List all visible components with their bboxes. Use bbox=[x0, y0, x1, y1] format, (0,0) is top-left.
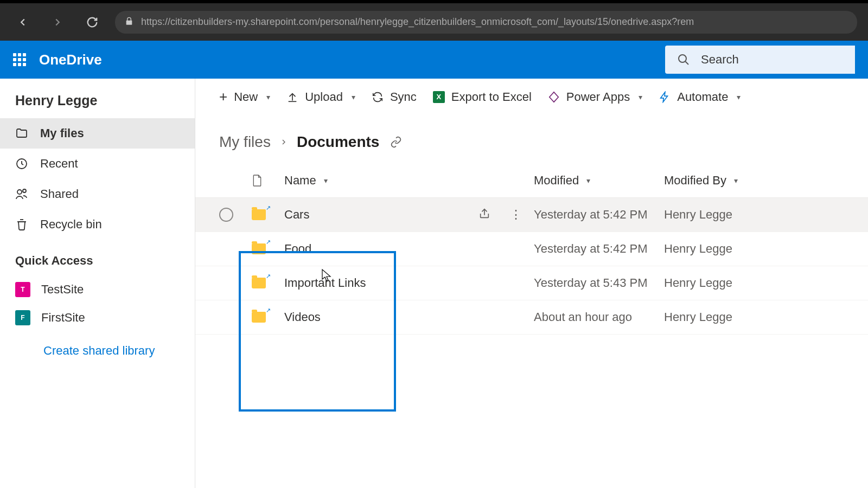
row-modified: Yesterday at 5:42 PM bbox=[534, 242, 648, 256]
quick-access-heading: Quick Access bbox=[0, 240, 195, 275]
back-button[interactable] bbox=[11, 10, 35, 34]
url-text: https://citizenbuilders-my.sharepoint.co… bbox=[141, 16, 694, 28]
column-modified-by[interactable]: Modified By ▾ bbox=[664, 174, 773, 188]
row-modified: Yesterday at 5:42 PM bbox=[534, 208, 648, 222]
url-bar[interactable]: https://citizenbuilders-my.sharepoint.co… bbox=[115, 11, 857, 34]
shared-badge-icon: ↗ bbox=[266, 239, 271, 246]
automate-icon bbox=[659, 91, 671, 103]
create-shared-library-link[interactable]: Create shared library bbox=[0, 332, 195, 358]
sync-icon bbox=[372, 91, 384, 103]
toolbar-label: Export to Excel bbox=[451, 90, 532, 104]
svg-point-0 bbox=[679, 55, 686, 62]
lock-icon bbox=[125, 17, 133, 28]
folder-icon: ↗ bbox=[252, 209, 266, 220]
toolbar-label: Upload bbox=[305, 90, 343, 104]
reload-button[interactable] bbox=[80, 10, 104, 34]
toolbar: + New ▾ Upload ▾ Sync X Export to Excel … bbox=[195, 79, 868, 115]
sidebar-site-testsite[interactable]: T TestSite bbox=[0, 275, 195, 304]
sidebar-item-label: My files bbox=[40, 126, 84, 140]
sidebar-item-recycle-bin[interactable]: Recycle bin bbox=[0, 209, 195, 240]
forward-button[interactable] bbox=[46, 10, 69, 34]
site-tile-icon: F bbox=[15, 310, 30, 325]
people-icon bbox=[15, 188, 28, 201]
powerapps-icon bbox=[548, 91, 560, 103]
row-name: Food bbox=[284, 242, 311, 256]
browser-chrome: https://citizenbuilders-my.sharepoint.co… bbox=[0, 0, 868, 41]
folder-icon: ↗ bbox=[252, 243, 266, 254]
table-row[interactable]: ↗ Cars ⋮ Yesterday at 5:42 PM Henry Legg… bbox=[195, 198, 868, 232]
sidebar-site-firstsite[interactable]: F FirstSite bbox=[0, 304, 195, 332]
sidebar-item-my-files[interactable]: My files bbox=[0, 118, 195, 149]
sidebar-item-recent[interactable]: Recent bbox=[0, 149, 195, 179]
main-content: + New ▾ Upload ▾ Sync X Export to Excel … bbox=[195, 79, 868, 488]
link-icon[interactable] bbox=[390, 136, 402, 148]
power-apps-button[interactable]: Power Apps ▾ bbox=[548, 90, 642, 104]
share-icon[interactable] bbox=[478, 208, 490, 220]
plus-icon: + bbox=[219, 88, 227, 105]
chevron-right-icon bbox=[279, 138, 288, 146]
app-title[interactable]: OneDrive bbox=[39, 52, 102, 68]
column-modified[interactable]: Modified ▾ bbox=[534, 174, 664, 188]
toolbar-label: Automate bbox=[677, 90, 728, 104]
table-header: Name ▾ Modified ▾ Modified By ▾ bbox=[195, 165, 868, 198]
table-row[interactable]: ↗ Food Yesterday at 5:42 PM Henry Legge bbox=[195, 232, 868, 266]
search-icon bbox=[677, 53, 690, 66]
folder-icon: ↗ bbox=[252, 312, 266, 323]
file-type-column-icon bbox=[252, 174, 284, 187]
row-modified: About an hour ago bbox=[534, 310, 632, 324]
row-modified-by: Henry Legge bbox=[664, 276, 732, 290]
files-icon bbox=[15, 127, 28, 140]
table-row[interactable]: ↗ Important Links Yesterday at 5:43 PM H… bbox=[195, 266, 868, 300]
more-icon[interactable]: ⋮ bbox=[510, 208, 523, 222]
export-to-excel-button[interactable]: X Export to Excel bbox=[433, 90, 532, 104]
row-select-radio[interactable] bbox=[219, 208, 233, 222]
sidebar: Henry Legge My files Recent Shared Recyc… bbox=[0, 79, 195, 488]
chevron-down-icon: ▾ bbox=[352, 93, 355, 101]
chevron-down-icon: ▾ bbox=[324, 176, 328, 185]
chevron-down-icon: ▾ bbox=[734, 176, 738, 185]
site-tile-icon: T bbox=[15, 282, 30, 297]
chevron-down-icon: ▾ bbox=[639, 93, 642, 101]
search-input[interactable]: Search bbox=[665, 46, 855, 74]
chevron-down-icon: ▾ bbox=[737, 93, 741, 101]
sidebar-item-label: Shared bbox=[40, 187, 79, 201]
new-button[interactable]: + New ▾ bbox=[219, 88, 270, 105]
row-modified-by: Henry Legge bbox=[664, 310, 732, 324]
trash-icon bbox=[15, 218, 28, 231]
waffle-icon[interactable] bbox=[13, 53, 26, 66]
row-name: Cars bbox=[284, 208, 309, 222]
toolbar-label: Power Apps bbox=[566, 90, 630, 104]
sidebar-site-label: TestSite bbox=[41, 282, 84, 297]
search-placeholder: Search bbox=[701, 53, 739, 67]
sync-button[interactable]: Sync bbox=[372, 90, 417, 104]
upload-button[interactable]: Upload ▾ bbox=[286, 90, 355, 104]
shared-badge-icon: ↗ bbox=[266, 307, 271, 314]
shared-badge-icon: ↗ bbox=[266, 204, 271, 211]
column-label: Modified bbox=[534, 174, 579, 188]
shared-badge-icon: ↗ bbox=[266, 273, 271, 280]
excel-icon: X bbox=[433, 91, 445, 103]
row-modified: Yesterday at 5:43 PM bbox=[534, 276, 648, 290]
breadcrumb: My files Documents bbox=[195, 115, 868, 165]
svg-point-3 bbox=[23, 189, 26, 192]
clock-icon bbox=[15, 157, 28, 170]
sidebar-item-label: Recent bbox=[40, 157, 78, 171]
row-name: Videos bbox=[284, 310, 321, 324]
row-modified-by: Henry Legge bbox=[664, 242, 732, 256]
automate-button[interactable]: Automate ▾ bbox=[659, 90, 741, 104]
column-label: Modified By bbox=[664, 174, 726, 188]
sidebar-site-label: FirstSite bbox=[41, 311, 85, 325]
sidebar-item-label: Recycle bin bbox=[40, 217, 102, 232]
table-row[interactable]: ↗ Videos About an hour ago Henry Legge bbox=[195, 300, 868, 335]
toolbar-label: Sync bbox=[390, 90, 417, 104]
column-label: Name bbox=[284, 174, 316, 188]
breadcrumb-current: Documents bbox=[297, 133, 379, 151]
app-header: OneDrive Search bbox=[0, 41, 868, 79]
chevron-down-icon: ▾ bbox=[586, 176, 590, 185]
column-name[interactable]: Name ▾ bbox=[284, 174, 534, 188]
row-name: Important Links bbox=[284, 276, 366, 290]
sidebar-item-shared[interactable]: Shared bbox=[0, 179, 195, 209]
sidebar-user: Henry Legge bbox=[0, 91, 195, 118]
folder-icon: ↗ bbox=[252, 278, 266, 288]
breadcrumb-root[interactable]: My files bbox=[219, 133, 271, 151]
